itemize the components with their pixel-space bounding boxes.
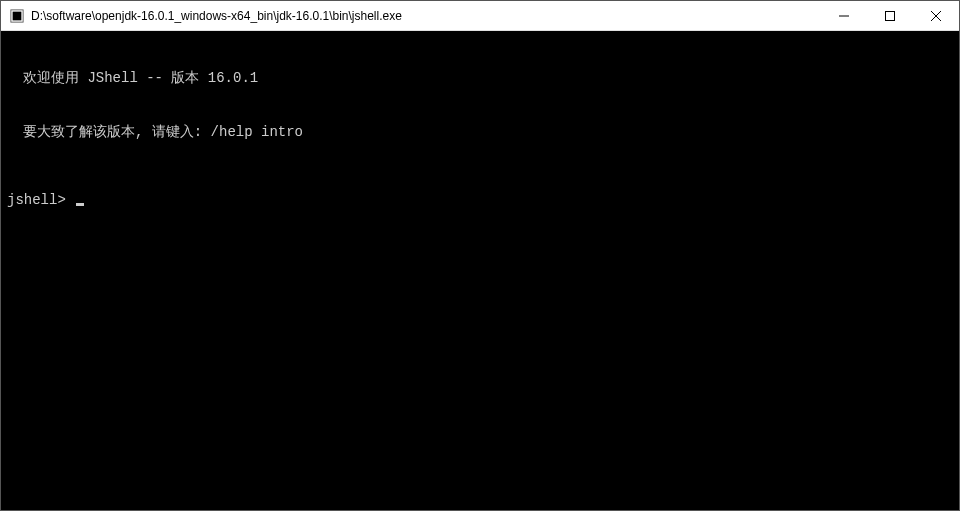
- svg-rect-1: [13, 11, 22, 20]
- minimize-button[interactable]: [821, 1, 867, 30]
- app-icon: [9, 8, 25, 24]
- prompt-text: jshell>: [7, 192, 66, 208]
- window-title: D:\software\openjdk-16.0.1_windows-x64_b…: [31, 9, 821, 23]
- welcome-line-1: 欢迎使用 JShell -- 版本 16.0.1: [7, 69, 953, 87]
- svg-rect-3: [886, 11, 895, 20]
- terminal-area[interactable]: 欢迎使用 JShell -- 版本 16.0.1 要大致了解该版本, 请键入: …: [1, 31, 959, 510]
- window-controls: [821, 1, 959, 30]
- console-window: D:\software\openjdk-16.0.1_windows-x64_b…: [0, 0, 960, 511]
- maximize-button[interactable]: [867, 1, 913, 30]
- close-button[interactable]: [913, 1, 959, 30]
- welcome-line-2: 要大致了解该版本, 请键入: /help intro: [7, 123, 953, 141]
- prompt-line: jshell>: [7, 191, 953, 209]
- cursor: [76, 203, 84, 206]
- titlebar[interactable]: D:\software\openjdk-16.0.1_windows-x64_b…: [1, 1, 959, 31]
